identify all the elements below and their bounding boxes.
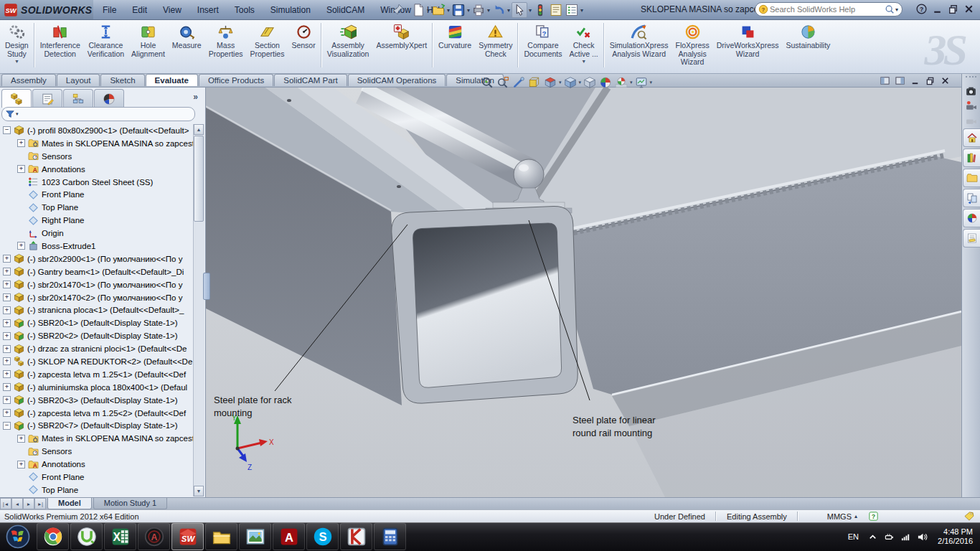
menu-edit[interactable]: Edit <box>124 2 155 18</box>
ribbon-check-active-button[interactable]: CheckActive ...▼ <box>566 20 602 64</box>
record-video-disabled-button[interactable] <box>964 114 978 126</box>
doc-restore-button[interactable] <box>924 75 936 86</box>
tree-item[interactable]: Top Plane <box>0 484 194 496</box>
tree-scrollbar[interactable]: ▲ ▼ <box>193 124 204 496</box>
rebuild-traffic-light-button[interactable] <box>533 3 547 17</box>
tree-item[interactable]: +AAnnotations <box>0 163 194 176</box>
select-button[interactable] <box>512 2 527 18</box>
expand-icon[interactable]: + <box>3 319 11 327</box>
graphics-viewport[interactable]: Y X Z Steel plate for rackmounting Steel… <box>206 88 961 497</box>
expand-icon[interactable]: + <box>17 242 25 250</box>
doc-close-button[interactable] <box>939 75 951 86</box>
screen-capture-button[interactable] <box>964 85 978 98</box>
save-button[interactable] <box>451 3 466 17</box>
menu-solidcam[interactable]: SolidCAM <box>319 2 372 18</box>
ribbon-symmetry-check-button[interactable]: SymmetryCheck <box>475 20 516 58</box>
file-properties-button[interactable] <box>549 3 563 17</box>
hidden-icons-arrow-icon[interactable] <box>867 532 878 542</box>
tree-item[interactable]: Origin <box>0 227 194 240</box>
expand-icon[interactable]: + <box>3 370 11 378</box>
ribbon-simulationxpress-button[interactable]: SimulationXpressAnalysis Wizard <box>606 20 672 58</box>
taskbar-kaspersky[interactable] <box>340 523 372 550</box>
tree-item[interactable]: +(-) SBR20<3> (Default<Display State-1>) <box>0 394 194 407</box>
tree-item[interactable]: +(-) stranicna ploca<1> (Default<<Defaul… <box>0 303 194 316</box>
section-view-caret-icon[interactable]: ▾ <box>559 80 562 85</box>
units-selector[interactable]: MMGS▴ <box>798 512 862 521</box>
expand-icon[interactable]: + <box>17 435 25 443</box>
tree-item[interactable]: Front Plane <box>0 471 194 484</box>
ribbon-clearance-verification-button[interactable]: ClearanceVerification <box>84 20 128 58</box>
print-button[interactable] <box>471 3 486 17</box>
display-style-button[interactable] <box>583 76 596 89</box>
ribbon-driveworksxpress-button[interactable]: DriveWorksXpressWizard <box>713 20 783 58</box>
taskbar-utorrent[interactable] <box>70 523 103 550</box>
design-study-caret-icon[interactable]: ▼ <box>14 59 19 64</box>
tab-motion-study-1[interactable]: Motion Study 1 <box>93 498 167 509</box>
menu-insert[interactable]: Insert <box>189 2 227 18</box>
taskpane-tab-custom-properties[interactable] <box>963 229 980 248</box>
volume-icon[interactable] <box>917 532 928 542</box>
panel-overflow-chevron[interactable]: » <box>193 92 198 102</box>
taskbar-file-explorer[interactable] <box>205 523 237 550</box>
tab-nav-button[interactable]: ►| <box>34 498 46 509</box>
tree-item[interactable]: +(-) SBR20<1> (Default<Display State-1>) <box>0 316 194 329</box>
ribbon-interference-detection-button[interactable]: InterferenceDetection <box>37 20 84 58</box>
doc-dock-left-button[interactable] <box>879 75 891 86</box>
tab-model[interactable]: Model <box>47 498 92 509</box>
apply-scene-button[interactable] <box>615 76 628 89</box>
tree-item[interactable]: Sensors <box>0 445 194 458</box>
apply-scene-caret-icon[interactable]: ▾ <box>630 80 633 85</box>
ribbon-measure-button[interactable]: Measure <box>169 20 205 50</box>
tree-item[interactable]: Front Plane <box>0 188 194 201</box>
tab-nav-button[interactable]: |◄ <box>0 498 11 509</box>
start-button[interactable] <box>0 522 36 551</box>
ribbon-section-properties-button[interactable]: SectionProperties <box>247 20 288 58</box>
tree-item[interactable]: +(-) Gantry beam<1> (Default<<Default>_D… <box>0 265 194 278</box>
ribbon-mass-properties-button[interactable]: MassProperties <box>205 20 247 58</box>
taskpane-tab-design-library[interactable] <box>963 149 980 167</box>
expand-icon[interactable]: + <box>17 165 25 173</box>
pushpin-icon[interactable] <box>392 3 405 16</box>
tree-item[interactable]: +Mates in SKLOPENA MASINA so zapcest <box>0 137 194 150</box>
ribbon-hole-alignment-button[interactable]: HoleAlignment <box>128 20 169 58</box>
ribbon-design-study-button[interactable]: DesignStudy▼ <box>1 20 32 64</box>
zoom-fit-button[interactable] <box>481 76 494 89</box>
tree-item[interactable]: Sensors <box>0 150 194 163</box>
ribbon-curvature-button[interactable]: Curvature <box>435 20 475 50</box>
tree-item[interactable]: +(-) aluminiumska ploca 180x400<1> (Defa… <box>0 381 194 394</box>
scroll-down-button[interactable]: ▼ <box>194 486 204 496</box>
tree-item[interactable]: +(-) sbr20x1470<1> (По умолчанию<<По у <box>0 278 194 291</box>
taskbar-chrome[interactable] <box>37 523 69 550</box>
taskpane-tab-appearances-scenes[interactable] <box>963 209 980 227</box>
panel-splitter-handle[interactable] <box>203 273 210 300</box>
ribbon-floxpress-button[interactable]: FloXpressAnalysisWizard <box>672 20 712 67</box>
tree-item[interactable]: +(-) SKLOP NA REDUKTOR<2> (Default<<De <box>0 355 194 368</box>
taskbar-excel[interactable]: X <box>104 523 136 550</box>
doc-dock-right-button[interactable] <box>894 75 906 86</box>
collapse-icon[interactable]: − <box>3 126 11 134</box>
language-indicator[interactable]: EN <box>848 532 859 541</box>
menu-simulation[interactable]: Simulation <box>263 2 319 18</box>
expand-icon[interactable]: + <box>3 345 11 353</box>
view-orientation-caret-icon[interactable]: ▾ <box>579 80 582 85</box>
ribbon-assembly-visualization-button[interactable]: AssemblyVisualization <box>324 20 373 58</box>
taskpane-tab-view-palette[interactable] <box>963 189 980 207</box>
task-pane-grip[interactable] <box>966 76 976 83</box>
expand-icon[interactable]: + <box>17 461 25 468</box>
edit-appearance-button[interactable] <box>599 76 612 89</box>
ribbon-compare-documents-button[interactable]: ?CompareDocuments <box>520 20 565 58</box>
tab-layout[interactable]: Layout <box>57 74 100 86</box>
ribbon-assemblyxpert-button[interactable]: AssemblyXpert <box>372 20 430 50</box>
view-settings-button[interactable] <box>635 76 648 89</box>
ribbon-sensor-button[interactable]: Sensor <box>288 20 319 50</box>
taskbar-adobe-reader[interactable]: A <box>273 523 305 550</box>
expand-icon[interactable]: + <box>17 139 25 147</box>
filter-caret-icon[interactable]: ▾ <box>16 111 19 117</box>
ribbon-sustainability-button[interactable]: Sustainability <box>783 20 834 50</box>
expand-icon[interactable]: + <box>3 409 11 417</box>
expand-icon[interactable]: + <box>3 306 11 314</box>
expand-icon[interactable]: + <box>3 268 11 276</box>
help-button[interactable]: ? <box>915 3 928 15</box>
search-caret-icon[interactable]: ▾ <box>895 6 898 13</box>
undo-button[interactable] <box>491 3 506 17</box>
